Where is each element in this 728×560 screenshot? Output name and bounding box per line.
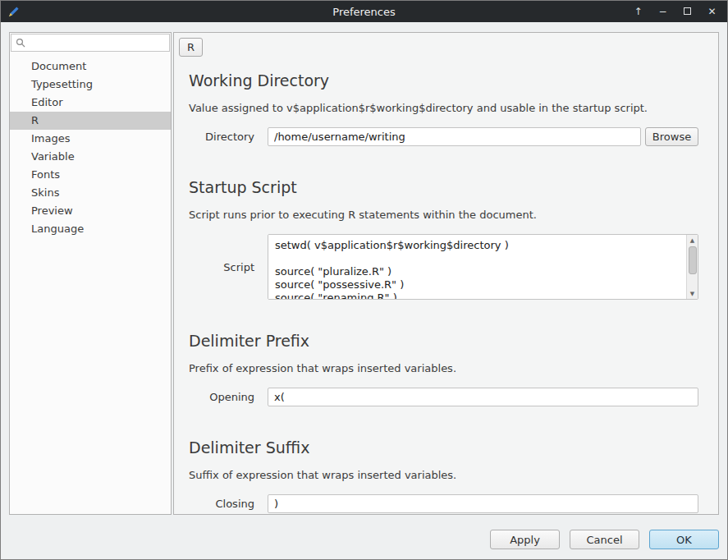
script-scrollbar[interactable]: ▲ ▼ bbox=[686, 235, 698, 299]
breadcrumb[interactable]: R bbox=[179, 38, 203, 57]
sidebar-item-language[interactable]: Language bbox=[10, 220, 171, 238]
closing-input[interactable] bbox=[268, 494, 698, 513]
opening-row: Opening bbox=[189, 388, 698, 406]
sidebar-item-fonts[interactable]: Fonts bbox=[10, 166, 171, 184]
working-directory-title: Working Directory bbox=[189, 71, 698, 90]
directory-input[interactable] bbox=[268, 127, 641, 146]
directory-row: Directory Browse bbox=[189, 127, 698, 146]
working-directory-description: Value assigned to v$application$r$workin… bbox=[189, 102, 698, 115]
app-pencil-icon bbox=[7, 6, 20, 18]
titlebar[interactable]: Preferences ↑ − ✕ bbox=[1, 1, 727, 22]
settings-sections: Working Directory Value assigned to v$ap… bbox=[174, 33, 718, 513]
search-box[interactable] bbox=[11, 34, 170, 52]
sidebar-item-typesetting[interactable]: Typesetting bbox=[10, 76, 171, 94]
settings-nav: Document Typesetting Editor R Images Var… bbox=[10, 57, 171, 238]
closing-label: Closing bbox=[189, 498, 268, 510]
search-input[interactable] bbox=[29, 37, 168, 49]
delimiter-suffix-title: Delimiter Suffix bbox=[189, 438, 698, 457]
scroll-up-icon[interactable]: ▲ bbox=[687, 235, 698, 246]
script-label: Script bbox=[189, 261, 268, 273]
scrollbar-thumb[interactable] bbox=[689, 246, 697, 274]
dialog-body: Document Typesetting Editor R Images Var… bbox=[1, 22, 727, 559]
script-editor: ▲ ▼ bbox=[268, 234, 698, 300]
delimiter-prefix-description: Prefix of expression that wraps inserted… bbox=[189, 362, 698, 375]
startup-script-title: Startup Script bbox=[189, 177, 698, 197]
script-textarea[interactable] bbox=[268, 235, 686, 299]
minimize-icon[interactable]: − bbox=[657, 7, 668, 16]
search-icon bbox=[16, 35, 25, 51]
apply-button[interactable]: Apply bbox=[490, 530, 560, 549]
maximize-icon[interactable] bbox=[682, 7, 693, 16]
sidebar-item-images[interactable]: Images bbox=[10, 130, 171, 148]
directory-label: Directory bbox=[189, 131, 268, 143]
dialog-footer: Apply Cancel OK bbox=[490, 530, 719, 549]
preferences-window: Preferences ↑ − ✕ Document Typesett bbox=[0, 0, 728, 560]
close-icon[interactable]: ✕ bbox=[707, 7, 717, 16]
pin-icon[interactable]: ↑ bbox=[633, 7, 643, 16]
sidebar-item-variable[interactable]: Variable bbox=[10, 148, 171, 166]
window-title: Preferences bbox=[1, 6, 727, 18]
sidebar-item-r[interactable]: R bbox=[10, 112, 171, 130]
sidebar: Document Typesetting Editor R Images Var… bbox=[9, 32, 172, 515]
ok-button[interactable]: OK bbox=[649, 530, 719, 549]
sidebar-item-document[interactable]: Document bbox=[10, 57, 171, 76]
opening-input[interactable] bbox=[268, 388, 698, 406]
delimiter-suffix-description: Suffix of expression that wraps inserted… bbox=[189, 469, 698, 482]
settings-panel: R Working Directory Value assigned to v$… bbox=[173, 32, 719, 515]
startup-script-description: Script runs prior to executing R stateme… bbox=[189, 209, 698, 222]
sidebar-item-editor[interactable]: Editor bbox=[10, 94, 171, 112]
closing-row: Closing bbox=[189, 494, 698, 513]
sidebar-item-skins[interactable]: Skins bbox=[10, 184, 171, 202]
cancel-button[interactable]: Cancel bbox=[570, 530, 639, 549]
script-row: Script ▲ ▼ bbox=[189, 234, 698, 300]
opening-label: Opening bbox=[189, 391, 268, 403]
delimiter-prefix-title: Delimiter Prefix bbox=[189, 331, 698, 351]
window-controls: ↑ − ✕ bbox=[633, 7, 717, 16]
scroll-down-icon[interactable]: ▼ bbox=[687, 288, 698, 299]
browse-button[interactable]: Browse bbox=[645, 127, 698, 146]
sidebar-item-preview[interactable]: Preview bbox=[10, 202, 171, 220]
